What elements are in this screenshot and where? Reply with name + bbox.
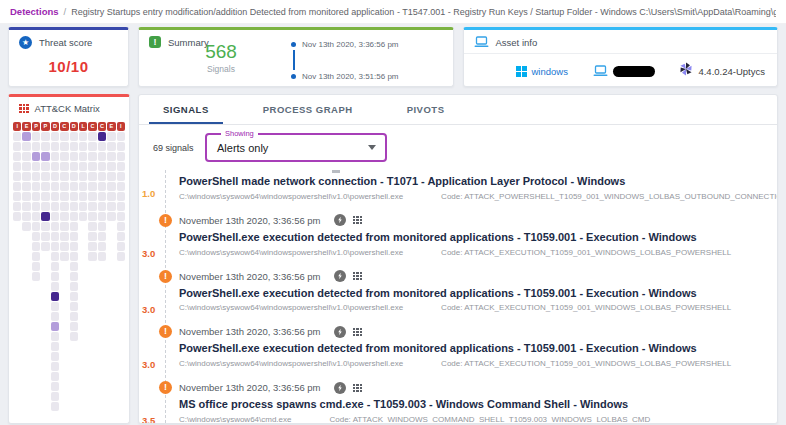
matrix-technique-cell[interactable]	[41, 162, 49, 171]
matrix-technique-cell[interactable]	[13, 152, 21, 161]
matrix-technique-cell[interactable]	[60, 152, 68, 161]
matrix-technique-cell[interactable]	[117, 192, 125, 201]
matrix-technique-cell[interactable]	[22, 222, 30, 231]
matrix-technique-cell[interactable]	[41, 202, 49, 211]
bolt-action-icon[interactable]	[334, 214, 346, 226]
matrix-technique-cell[interactable]	[98, 232, 106, 241]
matrix-technique-cell[interactable]	[70, 292, 78, 301]
matrix-technique-cell[interactable]	[22, 162, 30, 171]
matrix-technique-cell[interactable]	[70, 282, 78, 291]
matrix-technique-cell[interactable]	[117, 202, 125, 211]
matrix-technique-cell[interactable]	[41, 242, 49, 251]
matrix-technique-cell[interactable]	[70, 262, 78, 271]
matrix-technique-cell[interactable]	[107, 132, 115, 141]
matrix-technique-cell[interactable]	[41, 132, 49, 141]
attack-matrix-grid[interactable]: IEPPDCDLCCEI	[13, 122, 125, 411]
matrix-technique-cell[interactable]	[41, 222, 49, 231]
matrix-technique-cell[interactable]	[60, 212, 68, 221]
matrix-technique-cell[interactable]	[98, 192, 106, 201]
matrix-technique-cell[interactable]	[41, 172, 49, 181]
matrix-technique-cell[interactable]	[32, 142, 40, 151]
matrix-technique-cell[interactable]	[107, 192, 115, 201]
matrix-technique-cell[interactable]	[117, 252, 125, 261]
matrix-technique-cell[interactable]	[117, 182, 125, 191]
matrix-technique-cell[interactable]	[13, 132, 21, 141]
matrix-technique-cell[interactable]	[60, 182, 68, 191]
signal-row[interactable]: 3.0 ! November 13th 2020, 3:36:56 pm Pow…	[139, 268, 777, 324]
matrix-technique-cell[interactable]	[98, 132, 106, 141]
matrix-technique-cell[interactable]	[117, 242, 125, 251]
matrix-technique-cell[interactable]	[88, 132, 96, 141]
matrix-technique-cell[interactable]	[98, 212, 106, 221]
matrix-technique-cell[interactable]	[51, 372, 59, 381]
matrix-technique-cell[interactable]	[88, 152, 96, 161]
matrix-technique-cell[interactable]	[98, 202, 106, 211]
matrix-technique-cell[interactable]	[70, 182, 78, 191]
tab-pivots[interactable]: PIVOTS	[393, 95, 459, 124]
matrix-technique-cell[interactable]	[51, 202, 59, 211]
matrix-technique-cell[interactable]	[13, 172, 21, 181]
matrix-technique-cell[interactable]	[70, 132, 78, 141]
matrix-technique-cell[interactable]	[13, 182, 21, 191]
matrix-technique-cell[interactable]	[22, 192, 30, 201]
matrix-technique-cell[interactable]	[51, 172, 59, 181]
showing-filter-dropdown[interactable]: Showing Alerts only	[205, 133, 387, 162]
matrix-technique-cell[interactable]	[70, 302, 78, 311]
signal-row[interactable]: 3.5 ! November 13th 2020, 3:36:56 pm MS …	[139, 379, 777, 423]
asset-os[interactable]: windows	[516, 66, 568, 77]
matrix-grid-action-icon[interactable]	[353, 384, 363, 392]
matrix-technique-cell[interactable]	[60, 142, 68, 151]
matrix-technique-cell[interactable]	[98, 182, 106, 191]
matrix-technique-cell[interactable]	[32, 222, 40, 231]
matrix-technique-cell[interactable]	[98, 142, 106, 151]
matrix-technique-cell[interactable]	[88, 252, 96, 261]
matrix-technique-cell[interactable]	[51, 152, 59, 161]
matrix-technique-cell[interactable]	[41, 212, 49, 221]
matrix-technique-cell[interactable]	[51, 272, 59, 281]
matrix-technique-cell[interactable]	[88, 172, 96, 181]
signal-title[interactable]: PowerShell.exe execution detected from m…	[179, 231, 767, 245]
matrix-technique-cell[interactable]	[32, 252, 40, 261]
matrix-technique-cell[interactable]	[41, 182, 49, 191]
tab-process-graph[interactable]: PROCESS GRAPH	[249, 95, 367, 124]
matrix-technique-cell[interactable]	[51, 262, 59, 271]
bolt-action-icon[interactable]	[334, 270, 346, 282]
matrix-technique-cell[interactable]	[98, 222, 106, 231]
breadcrumb-detections-link[interactable]: Detections	[10, 6, 59, 17]
matrix-technique-cell[interactable]	[88, 192, 96, 201]
matrix-technique-cell[interactable]	[51, 312, 59, 321]
matrix-technique-cell[interactable]	[41, 232, 49, 241]
matrix-technique-cell[interactable]	[107, 152, 115, 161]
matrix-technique-cell[interactable]	[79, 182, 87, 191]
matrix-technique-cell[interactable]	[51, 132, 59, 141]
matrix-technique-cell[interactable]	[32, 132, 40, 141]
matrix-technique-cell[interactable]	[79, 132, 87, 141]
signal-title[interactable]: PowerShell.exe execution detected from m…	[179, 287, 767, 301]
matrix-technique-cell[interactable]	[98, 162, 106, 171]
matrix-technique-cell[interactable]	[22, 132, 30, 141]
matrix-technique-cell[interactable]	[51, 352, 59, 361]
matrix-technique-cell[interactable]	[22, 172, 30, 181]
matrix-technique-cell[interactable]	[60, 222, 68, 231]
matrix-technique-cell[interactable]	[70, 272, 78, 281]
matrix-technique-cell[interactable]	[117, 212, 125, 221]
matrix-technique-cell[interactable]	[51, 402, 59, 411]
matrix-technique-cell[interactable]	[51, 292, 59, 301]
matrix-technique-cell[interactable]	[32, 162, 40, 171]
matrix-technique-cell[interactable]	[79, 172, 87, 181]
matrix-technique-cell[interactable]	[13, 142, 21, 151]
signal-title[interactable]: PowerShell.exe execution detected from m…	[179, 342, 767, 356]
matrix-technique-cell[interactable]	[70, 212, 78, 221]
matrix-technique-cell[interactable]	[60, 172, 68, 181]
matrix-technique-cell[interactable]	[88, 142, 96, 151]
signal-title[interactable]: MS office process spawns cmd.exe - T1059…	[179, 398, 767, 412]
matrix-technique-cell[interactable]	[60, 162, 68, 171]
matrix-technique-cell[interactable]	[32, 172, 40, 181]
matrix-technique-cell[interactable]	[22, 142, 30, 151]
matrix-technique-cell[interactable]	[88, 222, 96, 231]
matrix-technique-cell[interactable]	[70, 222, 78, 231]
matrix-technique-cell[interactable]	[51, 282, 59, 291]
matrix-technique-cell[interactable]	[88, 232, 96, 241]
matrix-technique-cell[interactable]	[117, 172, 125, 181]
matrix-technique-cell[interactable]	[70, 242, 78, 251]
